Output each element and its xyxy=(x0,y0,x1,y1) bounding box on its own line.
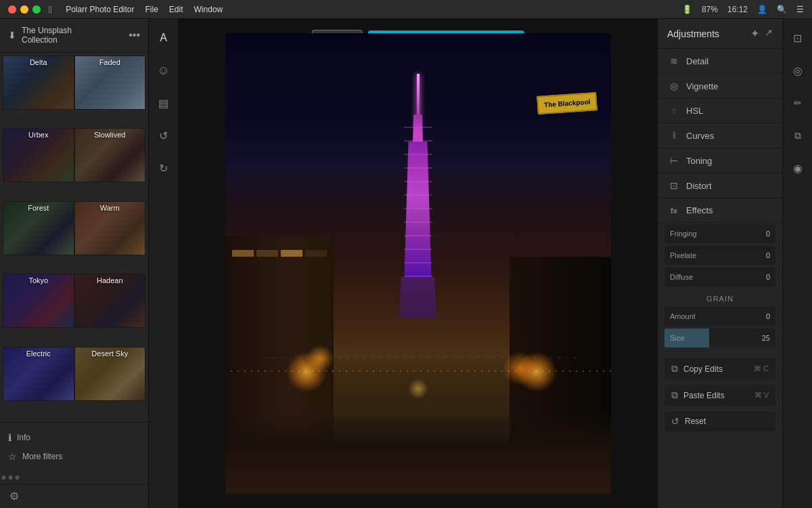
page-dot-6[interactable] xyxy=(15,475,19,480)
face-icon: ☺ xyxy=(157,64,169,78)
sidebar-bottom: ℹ Info ☆ More filters xyxy=(0,422,148,471)
minimize-button[interactable] xyxy=(20,5,28,14)
effects-item[interactable]: fx Effects xyxy=(658,198,782,223)
filter-item-slowlived[interactable]: Slowlived xyxy=(74,128,146,200)
export-icon[interactable]: ↗ xyxy=(765,27,773,40)
undo-button[interactable]: ↺ xyxy=(153,125,175,146)
crop-button[interactable]: ⊡ xyxy=(787,27,809,49)
right-panel: Adjustments ✦ ↗ ≋ Detail ◎ Vignette ·:· … xyxy=(657,19,782,508)
heal-icon: ◎ xyxy=(793,64,803,77)
size-slider[interactable]: Size 25 xyxy=(664,329,775,347)
heal-button[interactable]: ◎ xyxy=(787,60,809,81)
filter-item-desert-sky[interactable]: Desert Sky xyxy=(74,347,146,419)
wand-icon[interactable]: ✦ xyxy=(750,27,759,40)
photo-icon: ▤ xyxy=(158,97,168,110)
fringing-label: Fringing xyxy=(664,230,766,238)
adjustments-header: Adjustments ✦ ↗ xyxy=(658,19,782,49)
menubar-window[interactable]: Window xyxy=(194,5,223,14)
distort-item[interactable]: ⊡ Distort xyxy=(658,173,782,198)
detail-icon: ≋ xyxy=(667,56,681,66)
glow-spot-1 xyxy=(307,345,334,372)
amount-value: 0 xyxy=(766,312,775,320)
info-button[interactable]: ℹ Info xyxy=(8,428,140,447)
spacer xyxy=(658,349,782,356)
fringing-value: 0 xyxy=(766,230,775,238)
street-bottom xyxy=(225,412,611,494)
toning-icon: ⊢ xyxy=(667,155,681,166)
filter-item-delta[interactable]: Delta xyxy=(3,56,74,128)
face-tool-button[interactable]: ☺ xyxy=(153,60,175,81)
more-icon[interactable]: ••• xyxy=(129,29,140,41)
search-icon[interactable]: 🔍 xyxy=(777,5,787,14)
amount-slider[interactable]: Amount 0 xyxy=(664,307,775,326)
filter-item-electric[interactable]: Electric xyxy=(3,347,74,419)
text-tool-button[interactable]: A xyxy=(153,27,175,49)
filter-item-faded[interactable]: Faded xyxy=(74,56,146,128)
filter-item-tokyo[interactable]: Tokyo xyxy=(3,274,74,346)
main-layout: ⬇ The Unsplash Collection ••• Delta Fade… xyxy=(0,19,812,508)
page-dot-5[interactable] xyxy=(8,475,12,480)
brush-button[interactable]: ✏ xyxy=(787,92,809,114)
titlebar:  Polarr Photo Editor File Edit Window 🔋… xyxy=(0,0,812,19)
filter-item-hadean[interactable]: Hadean xyxy=(74,274,146,346)
fringing-slider[interactable]: Fringing 0 xyxy=(664,224,775,243)
reset-icon: ↺ xyxy=(671,416,679,427)
left-icon-bar: A ☺ ▤ ↺ ↻ xyxy=(149,19,179,508)
bottom-spacer xyxy=(658,434,782,441)
pixelate-label: Pixelate xyxy=(664,251,766,259)
diffuse-slider[interactable]: Diffuse 0 xyxy=(664,268,775,287)
lights-string-1 xyxy=(225,371,611,372)
close-button[interactable] xyxy=(8,5,16,14)
more-filters-button[interactable]: ☆ More filters xyxy=(8,447,140,466)
right-icon-bar: ⊡ ◎ ✏ ⧉ ◉ xyxy=(782,19,812,508)
menu-icon[interactable]: ☰ xyxy=(796,5,804,14)
hsl-icon: ·:· xyxy=(667,107,681,114)
copy-icon: ⧉ xyxy=(671,363,678,375)
size-label: Size xyxy=(664,334,762,342)
paste-icon: ⧉ xyxy=(671,389,678,401)
photo-tool-button[interactable]: ▤ xyxy=(153,92,175,114)
vignette-icon: ◎ xyxy=(667,81,681,91)
diffuse-label: Diffuse xyxy=(664,273,766,281)
copy-edits-button[interactable]: ⧉ Copy Edits ⌘ C xyxy=(664,358,775,379)
layers-button[interactable]: ⧉ xyxy=(787,125,809,146)
battery-icon: 🔋 xyxy=(682,5,692,14)
curves-icon: ⌇ xyxy=(667,130,681,141)
apple-icon:  xyxy=(49,4,52,15)
adjustments-title: Adjustments xyxy=(667,28,719,39)
download-icon[interactable]: ⬇ xyxy=(8,30,16,41)
paste-shortcut: ⌘ V xyxy=(754,391,769,400)
pixelate-slider[interactable]: Pixelate 0 xyxy=(664,246,775,265)
vignette-item[interactable]: ◎ Vignette xyxy=(658,74,782,99)
maximize-button[interactable] xyxy=(32,5,41,14)
photo-canvas: The Blackpool xyxy=(225,33,611,494)
hsl-item[interactable]: ·:· HSL xyxy=(658,99,782,123)
menubar-edit[interactable]: Edit xyxy=(169,5,183,14)
menubar-app[interactable]: Polarr Photo Editor xyxy=(66,5,134,14)
settings-icon[interactable]: ⚙ xyxy=(9,490,19,502)
glow-spot-3 xyxy=(408,379,428,399)
distort-icon: ⊡ xyxy=(667,180,681,191)
pagination xyxy=(0,471,74,484)
visibility-button[interactable]: ◉ xyxy=(787,157,809,179)
star-icon: ☆ xyxy=(8,451,17,462)
paste-edits-button[interactable]: ⧉ Paste Edits ⌘ V xyxy=(664,385,775,406)
toning-item[interactable]: ⊢ Toning xyxy=(658,148,782,173)
filter-item-forest[interactable]: Forest xyxy=(3,201,74,274)
layers-icon: ⧉ xyxy=(794,130,801,142)
battery-level: 87% xyxy=(702,5,718,14)
filter-item-urbex[interactable]: Urbex xyxy=(3,128,74,200)
filter-item-warm[interactable]: Warm xyxy=(74,201,146,274)
reset-button[interactable]: ↺ Reset xyxy=(664,411,775,431)
user-icon: 👤 xyxy=(757,5,767,14)
grain-header: GRAIN xyxy=(658,288,782,305)
redo-icon: ↻ xyxy=(159,162,168,175)
redo-button[interactable]: ↻ xyxy=(153,157,175,179)
menubar-file[interactable]: File xyxy=(145,5,158,14)
visibility-icon: ◉ xyxy=(793,162,803,175)
sidebar-title: The Unsplash Collection xyxy=(22,26,72,45)
detail-item[interactable]: ≋ Detail xyxy=(658,49,782,74)
page-dot-4[interactable] xyxy=(1,475,5,480)
curves-item[interactable]: ⌇ Curves xyxy=(658,123,782,148)
undo-icon: ↺ xyxy=(159,129,168,142)
